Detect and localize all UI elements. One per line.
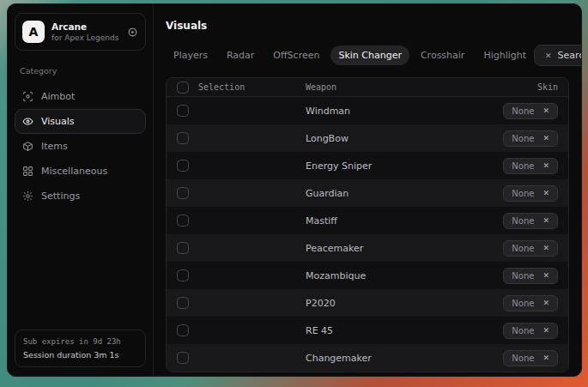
- row-skin-cell: None✕: [503, 213, 558, 229]
- sub-expires-text: Sub expires in 9d 23h: [23, 337, 137, 346]
- row-skin-cell: None✕: [503, 103, 558, 119]
- table-row: ChangemakerNone✕: [167, 344, 568, 372]
- row-selection-cell: [177, 352, 306, 364]
- row-skin-cell: None✕: [503, 240, 558, 257]
- row-skin-cell: None✕: [503, 268, 558, 284]
- skin-value: None: [512, 161, 534, 171]
- tab-highlight[interactable]: Highlight: [476, 45, 534, 65]
- table-row: PeacemakerNone✕: [167, 234, 568, 262]
- clear-icon[interactable]: ✕: [543, 354, 549, 362]
- tab-radar[interactable]: Radar: [219, 45, 262, 65]
- main-panel: Visuals PlayersRadarOffScreenSkin Change…: [154, 4, 581, 376]
- category-label: Category: [20, 66, 141, 76]
- brand-text: Arcane for Apex Legends: [52, 21, 120, 42]
- clear-icon[interactable]: ✕: [543, 271, 549, 280]
- tab-crosshair[interactable]: Crosshair: [413, 45, 472, 65]
- skin-value: None: [512, 271, 534, 281]
- row-checkbox[interactable]: [177, 352, 189, 364]
- row-checkbox[interactable]: [177, 187, 189, 199]
- clear-icon[interactable]: ✕: [543, 299, 549, 307]
- search-button[interactable]: ✕ Search: [534, 45, 582, 66]
- table-body: WindmanNone✕LongBowNone✕Energy SniperNon…: [167, 97, 568, 372]
- target-icon[interactable]: [127, 27, 138, 38]
- clear-icon[interactable]: ✕: [543, 326, 549, 335]
- row-selection-cell: [177, 105, 306, 117]
- skin-selector[interactable]: None✕: [503, 130, 558, 147]
- row-skin-cell: None✕: [503, 295, 558, 311]
- sidebar-item-label: Visuals: [41, 116, 75, 127]
- row-checkbox[interactable]: [177, 242, 189, 254]
- sidebar-item-label: Items: [41, 141, 68, 152]
- clear-icon[interactable]: ✕: [543, 216, 549, 225]
- app-logo: A: [22, 21, 45, 43]
- sidebar-item-settings[interactable]: Settings: [15, 184, 146, 209]
- grid-icon: [22, 166, 33, 177]
- skin-selector[interactable]: None✕: [503, 240, 558, 257]
- weapon-name: LongBow: [306, 133, 503, 144]
- row-checkbox[interactable]: [177, 324, 189, 336]
- skin-changer-table: Selection Weapon Skin WindmanNone✕LongBo…: [166, 77, 569, 372]
- skin-value: None: [512, 106, 534, 116]
- header-weapon-label: Weapon: [306, 82, 537, 92]
- skin-selector[interactable]: None✕: [503, 268, 558, 284]
- skin-selector[interactable]: None✕: [503, 185, 558, 202]
- row-skin-cell: None✕: [503, 350, 558, 366]
- skin-selector[interactable]: None✕: [503, 323, 558, 339]
- skin-selector[interactable]: None✕: [503, 158, 558, 174]
- skin-selector[interactable]: None✕: [503, 350, 558, 366]
- clear-icon[interactable]: ✕: [543, 161, 549, 170]
- sidebar-item-label: Miscellaneous: [41, 166, 107, 177]
- sidebar-item-visuals[interactable]: Visuals: [15, 109, 146, 134]
- row-checkbox[interactable]: [177, 297, 189, 309]
- header-skin-label: Skin: [537, 82, 558, 92]
- row-checkbox[interactable]: [177, 215, 189, 227]
- row-selection-cell: [177, 269, 306, 281]
- skin-selector[interactable]: None✕: [503, 103, 558, 119]
- sidebar-item-aimbot[interactable]: Aimbot: [15, 84, 146, 109]
- table-row: LongBowNone✕: [167, 124, 568, 152]
- skin-value: None: [512, 216, 534, 226]
- sidebar-item-items[interactable]: Items: [15, 134, 146, 159]
- app-subtitle: for Apex Legends: [52, 33, 120, 42]
- sidebar-item-label: Aimbot: [41, 91, 75, 102]
- weapon-name: RE 45: [306, 325, 503, 336]
- weapon-name: Guardian: [306, 188, 503, 199]
- table-header-row: Selection Weapon Skin: [167, 78, 568, 97]
- row-selection-cell: [177, 297, 306, 309]
- clear-icon[interactable]: ✕: [543, 189, 549, 197]
- clear-icon[interactable]: ✕: [543, 106, 549, 115]
- table-row: MozambiqueNone✕: [167, 262, 568, 289]
- row-checkbox[interactable]: [177, 105, 189, 117]
- weapon-name: Windman: [306, 106, 503, 117]
- eye-icon: [22, 116, 33, 127]
- crosshair-scan-icon: [22, 91, 33, 102]
- tab-bar: PlayersRadarOffScreenSkin ChangerCrossha…: [166, 45, 534, 65]
- select-all-checkbox[interactable]: [177, 82, 189, 94]
- clear-icon[interactable]: ✕: [543, 134, 549, 142]
- session-info-card: Sub expires in 9d 23h Session duration 3…: [15, 330, 146, 367]
- row-checkbox[interactable]: [177, 160, 189, 172]
- weapon-name: Peacemaker: [306, 243, 503, 254]
- clear-icon[interactable]: ✕: [543, 244, 549, 252]
- row-checkbox[interactable]: [177, 269, 189, 281]
- row-checkbox[interactable]: [177, 132, 189, 144]
- tab-skin-changer[interactable]: Skin Changer: [330, 45, 409, 65]
- cube-icon: [22, 141, 33, 152]
- app-title: Arcane: [52, 21, 120, 32]
- row-selection-cell: [177, 215, 306, 227]
- table-row: WindmanNone✕: [167, 97, 568, 124]
- sidebar-item-label: Settings: [41, 190, 80, 202]
- toolbar: PlayersRadarOffScreenSkin ChangerCrossha…: [166, 45, 569, 66]
- tab-offscreen[interactable]: OffScreen: [265, 45, 327, 65]
- row-selection-cell: [177, 242, 306, 254]
- tab-players[interactable]: Players: [166, 45, 215, 65]
- row-skin-cell: None✕: [503, 130, 558, 147]
- session-duration-text: Session duration 3m 1s: [23, 350, 137, 360]
- skin-selector[interactable]: None✕: [503, 213, 558, 229]
- table-row: RE 45None✕: [167, 317, 568, 344]
- sidebar-item-miscellaneous[interactable]: Miscellaneous: [15, 159, 146, 184]
- row-skin-cell: None✕: [503, 185, 558, 202]
- brand-card: A Arcane for Apex Legends: [15, 13, 146, 51]
- row-skin-cell: None✕: [503, 323, 558, 339]
- skin-selector[interactable]: None✕: [503, 295, 558, 311]
